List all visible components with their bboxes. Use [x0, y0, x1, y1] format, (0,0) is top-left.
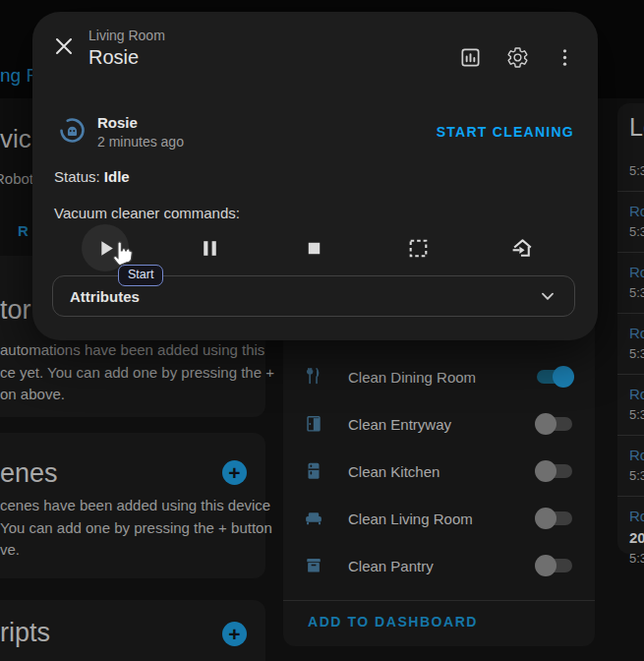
logbook-entity-link[interactable]: Ro	[629, 264, 644, 281]
logbook-card: Lo 5:3Ro5:3Ro5:3Ro5:3Ro5:3Ro5:3Ro205:3	[617, 103, 644, 554]
entity-toggle-row: Clean Living Room	[283, 495, 595, 542]
chevron-down-icon	[537, 285, 558, 307]
clean-spot-selection-icon	[406, 236, 431, 261]
entity-toggle-switch[interactable]	[535, 508, 574, 529]
logbook-time: 5:3	[629, 346, 644, 362]
commands-label: Vacuum cleaner commands:	[54, 205, 240, 221]
scripts-card: ripts +	[0, 600, 265, 661]
entity-label: Clean Kitchen	[348, 463, 535, 480]
add-scene-button[interactable]: +	[222, 460, 247, 485]
dialog-heading: Living Room Rosie	[88, 28, 165, 69]
entity-label: Clean Dining Room	[348, 369, 535, 386]
entity-toggle-switch[interactable]	[535, 555, 574, 576]
device-link-fragment[interactable]: R	[18, 222, 29, 239]
pause-icon	[198, 236, 222, 261]
entity-toggle-row: Clean Dining Room	[283, 353, 595, 400]
start-tooltip: Start	[118, 265, 163, 286]
automations-title-fragment: tor	[0, 295, 31, 326]
logbook-entry: Ro205:3	[617, 497, 644, 578]
logbook-entry: 5:3	[617, 149, 644, 192]
attributes-label: Attributes	[70, 288, 537, 305]
logbook-entity-link[interactable]: Ro	[629, 325, 644, 342]
entity-summary-row: Rosie 2 minutes ago START CLEANING	[58, 114, 574, 159]
return-home-icon	[510, 236, 535, 261]
logbook-time: 5:3	[629, 224, 644, 240]
vacuum-stop-button[interactable]	[290, 224, 337, 271]
entity-toggle-row: Clean Entryway	[283, 400, 595, 448]
overflow-menu-icon[interactable]	[554, 46, 576, 69]
entity-label: Clean Pantry	[348, 558, 535, 574]
scenes-card: enes + cenes have been added using this …	[0, 433, 265, 578]
logbook-entry: Ro5:3	[617, 314, 644, 375]
device-model-fragment: Robot	[0, 170, 33, 187]
dialog-title: Rosie	[88, 45, 165, 69]
area-name: Living Room	[88, 28, 165, 43]
logbook-state: 20	[629, 528, 644, 547]
dialog-header-actions	[459, 46, 576, 69]
fridge-icon	[303, 460, 324, 482]
settings-gear-icon[interactable]	[506, 46, 529, 69]
logbook-entry: Ro5:3	[617, 192, 644, 253]
divider	[283, 600, 595, 601]
logbook-entity-link[interactable]: Ro	[629, 386, 644, 403]
scenes-empty-text: cenes have been added using this device …	[0, 495, 272, 562]
logbook-entry: Ro5:3	[617, 375, 644, 436]
more-info-dialog: Living Room Rosie Rosie 2 minutes ago ST…	[32, 12, 598, 340]
logbook-title-fragment: Lo	[629, 113, 644, 142]
entity-toggle-switch[interactable]	[535, 413, 574, 435]
logbook-entry: Ro5:3	[617, 253, 644, 314]
start-cleaning-button[interactable]: START CLEANING	[437, 124, 574, 140]
logbook-entity-link[interactable]: Ro	[629, 203, 644, 220]
entity-toggle-row: Clean Kitchen	[283, 448, 595, 495]
entity-toggle-switch[interactable]	[535, 460, 574, 482]
entity-name: Rosie	[97, 114, 138, 131]
entity-label: Clean Entryway	[348, 416, 535, 433]
entity-toggle-row: Clean Pantry	[283, 542, 595, 589]
door-icon	[303, 413, 324, 435]
vacuum-clean-spot-button[interactable]	[394, 224, 441, 271]
logbook-entity-link[interactable]: Ro	[629, 508, 644, 525]
entity-toggle-switch[interactable]	[535, 366, 574, 388]
logbook-time: 5:3	[629, 285, 644, 301]
logbook-time: 5:3	[629, 163, 644, 179]
add-script-button[interactable]: +	[222, 622, 247, 646]
automations-empty-text: automations have been added using this c…	[0, 339, 274, 406]
sofa-icon	[303, 508, 324, 529]
logbook-time: 5:3	[629, 407, 644, 423]
entity-toggle-list: Clean Dining Room Clean Entryway Clean K…	[283, 353, 595, 589]
robot-vacuum-icon	[58, 116, 87, 145]
logbook-entity-link[interactable]: Ro	[629, 447, 644, 464]
add-to-dashboard-button[interactable]: ADD TO DASHBOARD	[308, 614, 478, 630]
status-value: Idle	[104, 168, 130, 185]
box-icon	[303, 555, 324, 576]
vacuum-pause-button[interactable]	[186, 224, 233, 271]
logbook-entries: 5:3Ro5:3Ro5:3Ro5:3Ro5:3Ro5:3Ro205:3	[617, 149, 644, 578]
status-line: Status: Idle	[54, 168, 130, 185]
device-info-title-fragment: vic	[0, 124, 31, 154]
close-icon	[52, 34, 76, 58]
logbook-entry: Ro5:3	[617, 436, 644, 497]
logbook-time: 5:3	[629, 468, 644, 484]
history-chart-icon[interactable]	[459, 46, 482, 69]
logbook-time: 5:3	[629, 551, 644, 567]
close-button[interactable]	[52, 34, 76, 58]
mouse-hand-cursor	[110, 237, 137, 268]
scripts-title-fragment: ripts	[0, 618, 50, 648]
scenes-title-fragment: enes	[0, 458, 58, 489]
stop-icon	[302, 236, 326, 261]
silverware-icon	[303, 366, 324, 388]
entity-label: Clean Living Room	[348, 511, 535, 527]
entity-last-changed: 2 minutes ago	[97, 134, 184, 150]
vacuum-return-home-button[interactable]	[498, 224, 546, 271]
